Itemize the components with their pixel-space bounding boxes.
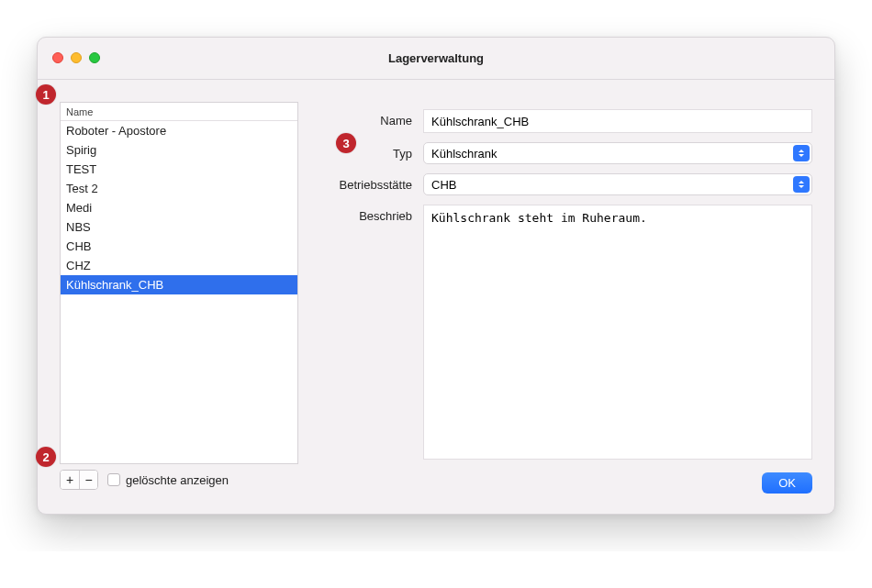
list-item[interactable]: CHB [61, 237, 297, 256]
type-select[interactable]: Kühlschrank [423, 142, 812, 164]
add-remove-segment: + − [60, 470, 98, 490]
name-field[interactable] [423, 109, 812, 133]
type-select-wrap: Kühlschrank [423, 142, 812, 164]
traffic-lights [52, 52, 100, 63]
label-type: Typ [320, 142, 412, 161]
zoom-icon[interactable] [89, 52, 100, 63]
label-site: Betriebsstätte [320, 173, 412, 192]
marker-2: 2 [36, 447, 56, 467]
show-deleted-label: gelöschte anzeigen [126, 473, 229, 487]
list-item[interactable]: CHZ [61, 256, 297, 275]
list-header: Name [61, 103, 297, 121]
minimize-icon[interactable] [71, 52, 82, 63]
warehouse-list: Name Roboter - ApostoreSpirigTESTTest 2M… [60, 102, 298, 464]
close-icon[interactable] [52, 52, 63, 63]
list-item[interactable]: Roboter - Apostore [61, 121, 297, 140]
marker-1: 1 [36, 84, 56, 105]
details-form: Name Typ Kühlschrank Betriebsstätte CHB [320, 109, 812, 460]
right-column: Name Typ Kühlschrank Betriebsstätte CHB [320, 102, 812, 494]
list-item[interactable]: Spirig [61, 140, 297, 160]
label-name: Name [320, 109, 412, 128]
ok-row: OK [320, 472, 812, 494]
list-item[interactable]: NBS [61, 217, 297, 237]
remove-button[interactable]: − [79, 471, 97, 489]
list-footer: + − gelöschte anzeigen [60, 470, 298, 490]
add-button[interactable]: + [61, 471, 79, 489]
description-field[interactable] [423, 205, 812, 460]
site-select[interactable]: CHB [423, 173, 812, 195]
window-body: 1 2 3 Name Roboter - ApostoreSpirigTESTT… [38, 80, 834, 514]
window-title: Lagerverwaltung [388, 51, 484, 65]
list-item[interactable]: Test 2 [61, 179, 297, 198]
list-item[interactable]: TEST [61, 160, 297, 179]
left-column: Name Roboter - ApostoreSpirigTESTTest 2M… [60, 102, 298, 494]
titlebar: Lagerverwaltung [38, 38, 834, 80]
list-item[interactable]: Medi [61, 198, 297, 217]
window-lagerverwaltung: Lagerverwaltung 1 2 3 Name Roboter - Apo… [37, 37, 835, 515]
checkbox-box-icon [107, 473, 120, 486]
list-rows[interactable]: Roboter - ApostoreSpirigTESTTest 2MediNB… [61, 121, 297, 463]
show-deleted-checkbox[interactable]: gelöschte anzeigen [107, 473, 229, 487]
site-select-wrap: CHB [423, 173, 812, 195]
label-desc: Beschrieb [320, 205, 412, 223]
ok-button[interactable]: OK [762, 472, 812, 494]
list-item[interactable]: Kühlschrank_CHB [61, 275, 297, 294]
